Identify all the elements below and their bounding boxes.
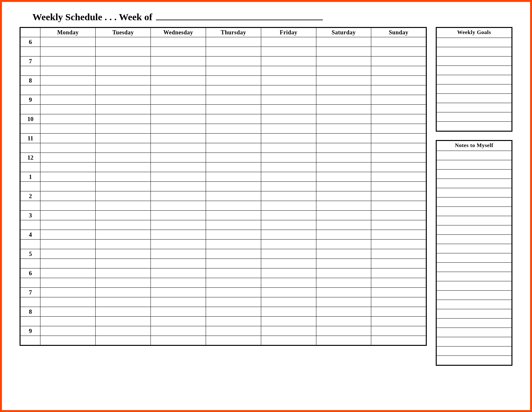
schedule-cell[interactable] — [371, 288, 426, 297]
schedule-cell[interactable] — [96, 182, 151, 191]
notes-line[interactable] — [437, 328, 511, 337]
schedule-cell[interactable] — [96, 95, 151, 105]
schedule-cell[interactable] — [261, 172, 316, 182]
schedule-cell[interactable] — [40, 57, 96, 66]
schedule-cell[interactable] — [206, 220, 261, 230]
schedule-cell[interactable] — [40, 95, 96, 105]
schedule-cell[interactable] — [96, 326, 151, 336]
schedule-cell[interactable] — [96, 172, 151, 182]
schedule-cell[interactable] — [40, 230, 96, 240]
schedule-cell[interactable] — [96, 143, 151, 153]
schedule-cell[interactable] — [371, 182, 426, 191]
schedule-cell[interactable] — [150, 326, 206, 336]
notes-line[interactable] — [437, 197, 511, 206]
schedule-cell[interactable] — [40, 66, 96, 76]
schedule-cell[interactable] — [371, 326, 426, 336]
schedule-cell[interactable] — [261, 37, 316, 47]
schedule-cell[interactable] — [150, 105, 206, 114]
goals-line[interactable] — [437, 112, 511, 121]
schedule-cell[interactable] — [316, 288, 371, 297]
schedule-cell[interactable] — [206, 297, 261, 307]
notes-line[interactable] — [437, 206, 511, 216]
schedule-cell[interactable] — [150, 124, 206, 134]
schedule-cell[interactable] — [206, 143, 261, 153]
schedule-cell[interactable] — [40, 153, 96, 162]
schedule-cell[interactable] — [206, 201, 261, 211]
schedule-cell[interactable] — [40, 201, 96, 211]
schedule-cell[interactable] — [316, 201, 371, 211]
schedule-cell[interactable] — [371, 95, 426, 105]
notes-line[interactable] — [437, 337, 511, 346]
schedule-cell[interactable] — [150, 57, 206, 66]
schedule-cell[interactable] — [261, 134, 316, 143]
notes-line[interactable] — [437, 151, 511, 160]
schedule-cell[interactable] — [40, 307, 96, 317]
schedule-cell[interactable] — [371, 249, 426, 259]
schedule-cell[interactable] — [371, 85, 426, 95]
schedule-cell[interactable] — [316, 66, 371, 76]
schedule-cell[interactable] — [371, 201, 426, 211]
goals-line[interactable] — [437, 47, 511, 56]
schedule-cell[interactable] — [316, 268, 371, 278]
schedule-cell[interactable] — [316, 191, 371, 201]
schedule-cell[interactable] — [371, 124, 426, 134]
schedule-cell[interactable] — [40, 317, 96, 326]
schedule-cell[interactable] — [261, 191, 316, 201]
schedule-cell[interactable] — [96, 57, 151, 66]
schedule-cell[interactable] — [316, 172, 371, 182]
schedule-cell[interactable] — [150, 297, 206, 307]
schedule-cell[interactable] — [316, 278, 371, 288]
schedule-cell[interactable] — [206, 162, 261, 172]
schedule-cell[interactable] — [96, 336, 151, 346]
schedule-cell[interactable] — [206, 336, 261, 346]
schedule-cell[interactable] — [316, 336, 371, 346]
schedule-cell[interactable] — [316, 162, 371, 172]
schedule-cell[interactable] — [150, 201, 206, 211]
notes-line[interactable] — [437, 225, 511, 234]
schedule-cell[interactable] — [261, 336, 316, 346]
schedule-cell[interactable] — [261, 307, 316, 317]
week-of-blank[interactable] — [156, 12, 323, 20]
goals-line[interactable] — [437, 56, 511, 66]
schedule-cell[interactable] — [150, 95, 206, 105]
schedule-cell[interactable] — [96, 153, 151, 162]
schedule-cell[interactable] — [150, 336, 206, 346]
schedule-cell[interactable] — [261, 268, 316, 278]
schedule-cell[interactable] — [96, 134, 151, 143]
schedule-cell[interactable] — [40, 191, 96, 201]
schedule-cell[interactable] — [371, 172, 426, 182]
schedule-cell[interactable] — [96, 240, 151, 249]
schedule-cell[interactable] — [206, 191, 261, 201]
schedule-cell[interactable] — [206, 105, 261, 114]
schedule-cell[interactable] — [206, 240, 261, 249]
schedule-cell[interactable] — [371, 105, 426, 114]
schedule-cell[interactable] — [40, 240, 96, 249]
schedule-cell[interactable] — [96, 220, 151, 230]
schedule-cell[interactable] — [261, 57, 316, 66]
schedule-cell[interactable] — [150, 134, 206, 143]
notes-line[interactable] — [437, 244, 511, 253]
schedule-cell[interactable] — [150, 162, 206, 172]
schedule-cell[interactable] — [206, 37, 261, 47]
schedule-cell[interactable] — [206, 134, 261, 143]
schedule-cell[interactable] — [96, 162, 151, 172]
goals-line[interactable] — [437, 103, 511, 112]
schedule-cell[interactable] — [371, 240, 426, 249]
schedule-cell[interactable] — [261, 259, 316, 268]
schedule-cell[interactable] — [150, 288, 206, 297]
schedule-cell[interactable] — [316, 153, 371, 162]
schedule-cell[interactable] — [261, 162, 316, 172]
schedule-cell[interactable] — [206, 182, 261, 191]
schedule-cell[interactable] — [316, 105, 371, 114]
schedule-cell[interactable] — [40, 268, 96, 278]
schedule-cell[interactable] — [261, 288, 316, 297]
schedule-cell[interactable] — [96, 211, 151, 220]
schedule-cell[interactable] — [96, 259, 151, 268]
schedule-cell[interactable] — [261, 230, 316, 240]
schedule-cell[interactable] — [261, 153, 316, 162]
schedule-cell[interactable] — [96, 307, 151, 317]
schedule-cell[interactable] — [206, 259, 261, 268]
schedule-cell[interactable] — [96, 37, 151, 47]
schedule-cell[interactable] — [371, 76, 426, 85]
schedule-cell[interactable] — [206, 278, 261, 288]
